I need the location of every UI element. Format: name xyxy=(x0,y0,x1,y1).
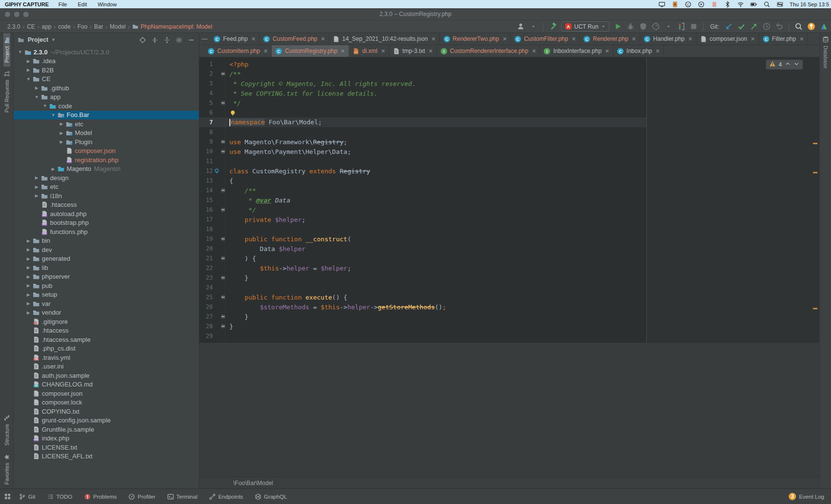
caret-button[interactable] xyxy=(664,22,673,31)
spotlight-icon[interactable] xyxy=(763,1,770,8)
scrollbar-warning-mark[interactable] xyxy=(813,308,817,309)
editor-tab-inbox.php[interactable]: CInbox.php✕ xyxy=(613,45,664,57)
locate-button[interactable] xyxy=(139,36,146,44)
tree-item-dev[interactable]: ▶dev xyxy=(14,245,199,254)
editor-tab-renderer.php[interactable]: CRenderer.php✕ xyxy=(580,33,640,45)
code-line-27[interactable]: 27 } xyxy=(199,312,819,321)
zoom-window-button[interactable] xyxy=(23,12,29,17)
editor-tab-feed.php[interactable]: CFeed.php✕ xyxy=(210,33,260,45)
user-button[interactable] xyxy=(517,22,525,31)
code-line-3[interactable]: 3 * Copyright © Magento, Inc. All rights… xyxy=(199,79,819,88)
fold-marker[interactable] xyxy=(221,208,225,212)
tree-item-changelog.md[interactable]: MDCHANGELOG.md xyxy=(14,380,199,389)
tree-item-composer.lock[interactable]: {..}composer.lock xyxy=(14,398,199,407)
attach-button[interactable] xyxy=(677,22,685,31)
minimize-window-button[interactable] xyxy=(14,12,19,17)
tree-item-model[interactable]: ▶Model xyxy=(14,129,199,138)
close-tab-icon[interactable]: ✕ xyxy=(502,36,507,42)
tool-window-tab-project[interactable]: Project xyxy=(3,33,10,67)
code-line-2[interactable]: 2/** xyxy=(199,69,819,79)
code-line-11[interactable]: 11 xyxy=(199,156,819,166)
chevron-right-icon[interactable]: ▶ xyxy=(25,292,32,297)
minus-button[interactable] xyxy=(188,36,195,44)
editor-tab-di.xml[interactable]: </>di.xml✕ xyxy=(349,45,389,57)
fold-marker[interactable] xyxy=(221,276,225,280)
chevron-down-icon[interactable]: ▼ xyxy=(41,103,49,108)
control-center-icon[interactable] xyxy=(777,1,783,8)
chev-up-icon[interactable] xyxy=(785,61,791,67)
editor-tab-filter.php[interactable]: CFilter.php✕ xyxy=(759,33,808,45)
code-line-22[interactable]: 22 $this->helper = $helper; xyxy=(199,263,819,273)
close-tab-icon[interactable]: ✕ xyxy=(263,48,268,54)
chevron-right-icon[interactable]: ▶ xyxy=(58,139,65,144)
tree-item-generated[interactable]: ▶generated xyxy=(14,254,199,264)
chevron-right-icon[interactable]: ▶ xyxy=(25,67,32,72)
chevron-right-icon[interactable]: ▶ xyxy=(25,310,32,315)
tool-window-tab-database[interactable]: Database xyxy=(822,36,829,68)
hammer-button[interactable] xyxy=(549,22,557,31)
tree-item-.user.ini[interactable]: .user.ini xyxy=(14,362,199,371)
close-tab-icon[interactable]: ✕ xyxy=(429,48,433,54)
code-line-8[interactable]: 8 xyxy=(199,127,819,137)
statusbar-item-git[interactable]: Git xyxy=(19,493,35,500)
editor-tab-renderertwo.php[interactable]: CRendererTwo.php✕ xyxy=(440,33,511,45)
close-tab-icon[interactable]: ✕ xyxy=(341,48,345,54)
breadcrumb-item[interactable]: Model xyxy=(108,23,127,30)
tree-item-setup[interactable]: ▶setup xyxy=(14,290,199,300)
bluetooth-icon[interactable] xyxy=(724,1,731,8)
chev-down-icon[interactable] xyxy=(794,61,799,67)
statusbar-item-terminal[interactable]: Terminal xyxy=(167,493,197,500)
tree-item-.idea[interactable]: ▶.idea xyxy=(14,57,199,66)
tree-item-composer.json[interactable]: {..}composer.json xyxy=(14,389,199,398)
close-tab-icon[interactable]: ✕ xyxy=(571,36,576,42)
code-line-15[interactable]: 15 * @var Data xyxy=(199,195,819,205)
chevron-right-icon[interactable]: ▶ xyxy=(25,238,32,243)
tree-item-vendor[interactable]: ▶vendor xyxy=(14,308,199,318)
tree-item-foo.bar[interactable]: ▼Foo.Bar xyxy=(14,111,199,120)
profiler-button[interactable] xyxy=(652,22,660,31)
chevron-right-icon[interactable]: ▶ xyxy=(25,301,32,306)
tree-item-ce[interactable]: ▼CE xyxy=(14,75,199,84)
statusbar-item-endpoints[interactable]: Endpoints xyxy=(209,493,243,500)
close-tab-icon[interactable]: ✕ xyxy=(381,48,385,54)
tree-item-.gitignore[interactable]: .gitignore xyxy=(14,317,199,326)
tree-item-functions.php[interactable]: PHPfunctions.php xyxy=(14,227,199,236)
tree-item-design[interactable]: ▶design xyxy=(14,173,199,183)
capture-icon[interactable] xyxy=(711,1,718,8)
chevron-right-icon[interactable]: ▶ xyxy=(58,131,65,135)
breadcrumb-active-item[interactable]: PhpNamespaceImpl: Model xyxy=(131,23,213,30)
inspection-widget[interactable]: 4 xyxy=(766,60,803,69)
tree-item-bin[interactable]: ▶bin xyxy=(14,236,199,246)
code-line-17[interactable]: 17 private $helper; xyxy=(199,215,819,224)
close-tab-icon[interactable]: ✕ xyxy=(431,36,435,42)
code-line-24[interactable]: 24 xyxy=(199,283,819,292)
copyright-icon[interactable]: C xyxy=(685,1,692,8)
tree-item-.travis.yml[interactable]: YML.travis.yml xyxy=(14,353,199,362)
code-line-20[interactable]: 20 Data $helper xyxy=(199,244,819,253)
playcircle-icon[interactable] xyxy=(698,1,705,8)
chevron-right-icon[interactable]: ▶ xyxy=(33,85,40,90)
stop-button[interactable] xyxy=(690,22,698,31)
chevron-down-icon[interactable] xyxy=(794,61,799,68)
tree-item-composer.json[interactable]: {..}composer.json xyxy=(14,147,199,156)
plugin-button[interactable] xyxy=(820,22,828,31)
tree-item-app[interactable]: ▼app xyxy=(14,93,199,102)
chevron-down-icon[interactable]: ▼ xyxy=(51,37,55,42)
tree-item-.htaccess.sample[interactable]: .htaccess.sample xyxy=(14,335,199,344)
push-button[interactable] xyxy=(750,22,758,31)
menu-item-edit[interactable]: Edit xyxy=(78,1,87,7)
collapse-all-button[interactable] xyxy=(163,36,171,44)
close-tab-icon[interactable]: ✕ xyxy=(799,36,804,42)
close-tab-icon[interactable]: ✕ xyxy=(750,36,755,42)
code-editor[interactable]: 1<?php2/**3 * Copyright © Magento, Inc. … xyxy=(199,57,819,477)
chevron-down-icon[interactable]: ▼ xyxy=(50,113,57,118)
tree-item-plugin[interactable]: ▶Plugin xyxy=(14,137,199,147)
tree-item-gruntfile.js.sample[interactable]: Gruntfile.js.sample xyxy=(14,425,199,434)
code-line-13[interactable]: 13{ xyxy=(199,176,819,185)
tool-window-switcher-icon[interactable] xyxy=(4,493,11,500)
tree-item-magento[interactable]: ▶Magento Magento\ xyxy=(14,165,199,174)
close-tab-icon[interactable]: ✕ xyxy=(688,36,692,42)
tool-window-tab-structure[interactable]: Structure xyxy=(3,411,10,450)
chevron-down-icon[interactable]: ▼ xyxy=(25,77,32,82)
code-line-21[interactable]: 21 ) { xyxy=(199,253,819,263)
